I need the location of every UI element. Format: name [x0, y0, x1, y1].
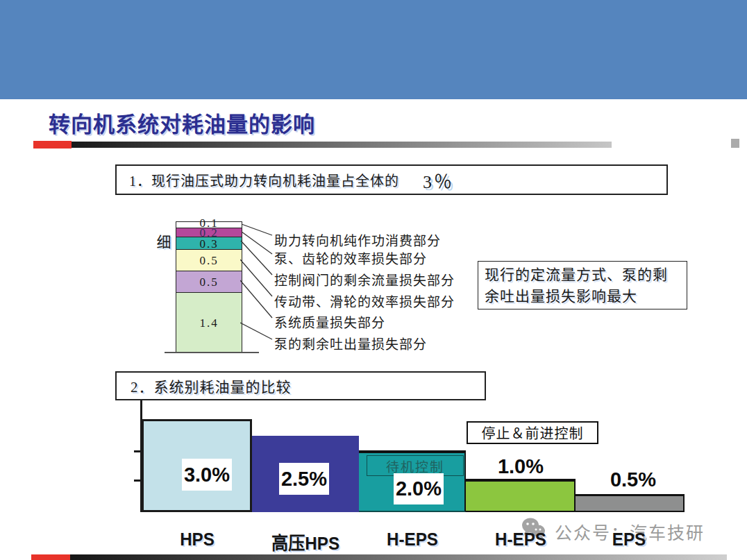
note-box: 现行的定流量方式、泵的剩 余吐出量损失影响最大 — [478, 261, 687, 309]
segment-label: 助力转向机纯作功消费部分 — [274, 230, 441, 249]
stacked-segment-5: 0.5 — [176, 271, 242, 292]
segment-label: 传动带、滑轮的效率损失部分 — [274, 291, 455, 310]
segment-label: 泵的剩余吐出量损失部分 — [274, 334, 427, 353]
category-label-high-pressure-hps: 高压HPS — [260, 529, 351, 554]
category-label-eps: EPS — [584, 529, 674, 550]
y-axis-tick — [134, 480, 142, 482]
stopgo-control-label: 停止＆前进控制 — [482, 423, 584, 443]
segment-label: 泵、齿轮的效率损失部分 — [274, 248, 427, 267]
stacked-bar: 0.1 0.2 0.3 0.5 0.5 1.4 — [176, 221, 242, 353]
slide-canvas: 转向机系统对耗油量的影响 1．现行油压式助力转向机耗油量占全体的 3％ 3％的明… — [0, 0, 747, 560]
category-label-heps-stopgo: H-EPS — [476, 529, 566, 550]
segment-value-label: 0.5 — [176, 276, 242, 288]
section2-heading-box: 2．系统别耗油量的比较 — [115, 371, 486, 400]
section1-heading-text: 1．现行油压式助力转向机耗油量占全体的 — [129, 170, 399, 190]
segment-label: 控制阀门的剩余流量损失部分 — [274, 270, 455, 289]
title-rule-red-accent — [33, 141, 72, 149]
category-label-hps: HPS — [152, 529, 242, 550]
connector-lines — [240, 221, 275, 346]
note-line2: 余吐出量损失影响最大 — [485, 286, 680, 307]
bottom-rule-gradient — [70, 554, 727, 560]
value-label-high-pressure-hps: 2.5% — [279, 463, 329, 495]
bar-heps-stopgo — [466, 479, 576, 512]
stacked-bar-baseline — [165, 352, 259, 353]
title-rule-gradient — [72, 142, 612, 148]
value-label-heps-standby: 2.0% — [394, 473, 444, 504]
segment-value-label: 1.4 — [176, 317, 242, 329]
value-label-eps: 0.5% — [591, 468, 675, 491]
section2-heading-text: 2．系统别耗油量的比较 — [131, 375, 292, 396]
standby-control-label: 待机控制 — [386, 457, 444, 475]
segment-label: 系统质量损失部分 — [274, 312, 385, 331]
segment-value-label: 0.5 — [176, 255, 242, 266]
category-label-heps-standby: H-EPS — [367, 529, 458, 550]
stacked-segment-2: 0.2 — [176, 228, 242, 237]
segment-value-label: 0.3 — [176, 237, 242, 249]
y-axis-tick — [134, 450, 142, 452]
note-line1: 现行的定流量方式、泵的剩 — [485, 264, 680, 286]
value-label-heps-stopgo: 1.0% — [479, 455, 562, 478]
section1-heading-box: 1．现行油压式助力转向机耗油量占全体的 3％ — [115, 164, 668, 195]
stacked-segment-3: 0.3 — [176, 237, 242, 249]
section1-heading-percent: 3％ — [423, 167, 454, 193]
header-band — [0, 0, 747, 99]
stacked-segment-4: 0.5 — [176, 249, 242, 271]
page-title: 转向机系统对耗油量的影响 — [49, 107, 315, 138]
value-label-hps: 3.0% — [182, 459, 232, 491]
stopgo-control-annotation: 停止＆前进控制 — [467, 421, 598, 444]
bar-eps — [576, 494, 685, 512]
stacked-segment-6: 1.4 — [176, 292, 242, 353]
title-rule-endcap — [731, 139, 739, 148]
bottom-rule-red-accent — [31, 554, 70, 560]
